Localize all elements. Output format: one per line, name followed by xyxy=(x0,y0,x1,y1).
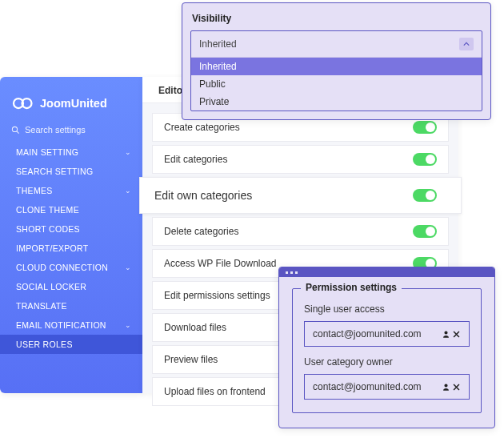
permission-settings-legend: Permission settings xyxy=(301,282,402,293)
single-user-value: contact@joomunited.com xyxy=(313,328,422,340)
sidebar-item-label: CLOUD CONNECTION xyxy=(16,263,108,272)
sidebar-item-label: SOCIAL LOCKER xyxy=(16,282,86,291)
svg-line-3 xyxy=(17,131,19,133)
panel-titlebar[interactable] xyxy=(279,267,494,277)
close-icon[interactable] xyxy=(452,383,461,392)
brand-icon xyxy=(11,94,35,112)
permission-toggle[interactable] xyxy=(413,153,437,166)
sidebar-item-label: MAIN SETTING xyxy=(16,147,78,157)
visibility-selected-value: Inherited xyxy=(199,38,237,50)
permission-label: Create categories xyxy=(164,122,240,133)
sidebar-item-import-export[interactable]: IMPORT/EXPORT xyxy=(0,239,142,258)
visibility-options: InheritedPublicPrivate xyxy=(191,57,482,111)
sidebar-item-clone-theme[interactable]: CLONE THEME xyxy=(0,200,142,219)
search-placeholder: Search settings xyxy=(25,125,86,135)
user-icon[interactable] xyxy=(442,330,450,339)
visibility-option[interactable]: Public xyxy=(191,75,482,93)
sidebar-item-short-codes[interactable]: SHORT CODES xyxy=(0,219,142,239)
brand-text: JoomUnited xyxy=(40,97,107,110)
visibility-panel: Visibility Inherited InheritedPublicPriv… xyxy=(182,2,491,120)
sidebar-item-themes[interactable]: THEMES⌄ xyxy=(0,181,142,200)
sidebar-item-main-setting[interactable]: MAIN SETTING⌄ xyxy=(0,143,142,162)
permission-label: Edit permissions settings xyxy=(164,290,270,301)
sidebar-item-label: TRANSLATE xyxy=(16,301,67,311)
owner-actions xyxy=(442,383,461,392)
settings-sidebar: JoomUnited Search settings MAIN SETTING⌄… xyxy=(0,77,142,393)
permission-toggle[interactable] xyxy=(413,225,437,238)
visibility-select[interactable]: Inherited InheritedPublicPrivate xyxy=(190,30,482,111)
sidebar-item-label: THEMES xyxy=(16,186,53,195)
permission-toggle[interactable] xyxy=(413,121,437,134)
permission-label: Delete categories xyxy=(164,226,238,237)
chevron-down-icon: ⌄ xyxy=(125,187,131,195)
permission-settings-panel: Permission settings Single user access c… xyxy=(278,267,495,428)
visibility-option[interactable]: Inherited xyxy=(191,58,482,75)
sidebar-item-translate[interactable]: TRANSLATE xyxy=(0,296,142,315)
permission-label: Edit own categories xyxy=(154,189,252,202)
visibility-title: Visibility xyxy=(190,10,482,30)
permission-label: Preview files xyxy=(164,354,218,365)
brand-logo: JoomUnited xyxy=(0,86,142,122)
owner-label: User category owner xyxy=(304,356,470,368)
permission-settings-fieldset: Permission settings Single user access c… xyxy=(292,288,482,413)
single-user-label: Single user access xyxy=(304,303,470,315)
sidebar-item-label: SHORT CODES xyxy=(16,224,80,234)
sidebar-item-label: CLONE THEME xyxy=(16,205,79,215)
search-icon xyxy=(11,126,20,135)
permission-label: Access WP File Download xyxy=(164,258,277,269)
sidebar-item-cloud-connection[interactable]: CLOUD CONNECTION⌄ xyxy=(0,258,142,277)
sidebar-nav: MAIN SETTING⌄SEARCH SETTINGTHEMES⌄CLONE … xyxy=(0,143,142,354)
permission-toggle[interactable] xyxy=(413,189,437,202)
close-icon[interactable] xyxy=(452,330,461,339)
user-icon[interactable] xyxy=(442,383,450,392)
permission-row: Edit categories xyxy=(152,145,449,174)
permission-row: Delete categories xyxy=(152,217,449,246)
owner-value: contact@joomunited.com xyxy=(313,381,422,392)
chevron-down-icon: ⌄ xyxy=(125,263,131,271)
search-settings[interactable]: Search settings xyxy=(0,122,142,143)
dropdown-toggle-icon[interactable] xyxy=(459,38,474,50)
permission-label: Download files xyxy=(164,322,226,333)
sidebar-item-label: IMPORT/EXPORT xyxy=(16,243,88,253)
chevron-down-icon: ⌄ xyxy=(125,321,131,329)
owner-input[interactable]: contact@joomunited.com xyxy=(304,374,470,400)
sidebar-item-label: EMAIL NOTIFICATION xyxy=(16,320,106,330)
single-user-input[interactable]: contact@joomunited.com xyxy=(304,321,470,347)
permission-row: Edit own categories xyxy=(139,177,462,214)
permission-label: Upload files on frontend xyxy=(164,386,266,397)
sidebar-item-email-notification[interactable]: EMAIL NOTIFICATION⌄ xyxy=(0,315,142,335)
sidebar-item-social-locker[interactable]: SOCIAL LOCKER xyxy=(0,277,142,296)
visibility-selected[interactable]: Inherited xyxy=(191,31,482,57)
permission-label: Edit categories xyxy=(164,154,227,165)
visibility-option[interactable]: Private xyxy=(191,93,482,111)
single-user-actions xyxy=(442,330,461,339)
sidebar-item-label: SEARCH SETTING xyxy=(16,167,93,176)
svg-point-2 xyxy=(12,127,17,131)
sidebar-item-label: USER ROLES xyxy=(16,340,73,349)
sidebar-item-search-setting[interactable]: SEARCH SETTING xyxy=(0,162,142,181)
chevron-down-icon: ⌄ xyxy=(125,148,131,156)
sidebar-item-user-roles[interactable]: USER ROLES xyxy=(0,335,142,354)
